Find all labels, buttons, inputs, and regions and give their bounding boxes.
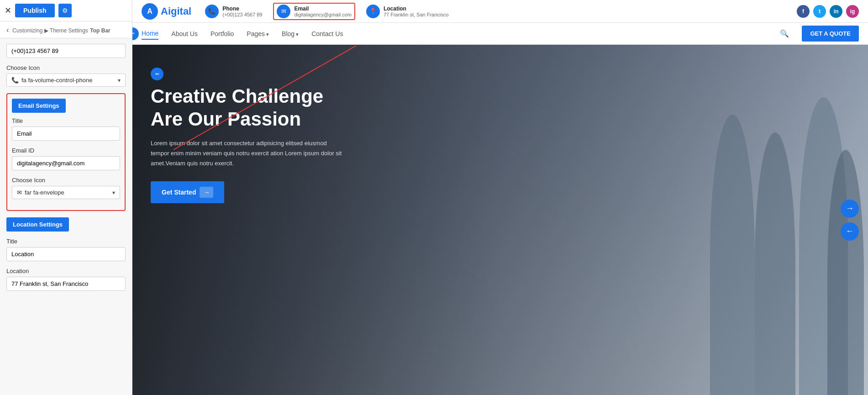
nav-edit-icon[interactable]: ✏ [132,27,139,40]
nav-item-home[interactable]: Home [142,28,158,40]
topbar-phone-title: Phone [222,5,262,12]
topbar-location-icon: 📍 [366,5,380,18]
nav-item-portfolio[interactable]: Portfolio [210,28,234,39]
phone-icon-dropdown-arrow[interactable]: ▾ [118,77,121,84]
back-arrow-icon[interactable]: ‹ [6,26,9,34]
email-settings-button[interactable]: Email Settings [12,99,66,113]
instagram-icon[interactable]: ig [846,5,859,18]
logo-icon: A [142,3,158,20]
logo-text-rest: igital [168,5,191,17]
topbar-phone-number: (+00)123 4567 89 [222,12,262,17]
nav-item-blog[interactable]: Blog [282,28,299,39]
topbar-email-item: ✉ Email digitalagency@gmail.com [273,3,355,20]
sidebar-scroll-area: Choose Icon 📞 fa fa-volume-control-phone… [0,38,132,395]
topbar-phone-icon: 📞 [205,5,219,18]
email-icon-label: Choose Icon [12,177,120,184]
sidebar: ✕ Publish ⚙ ‹ Customizing ▶ Theme Settin… [0,0,132,395]
logo-text: Aigital [161,5,191,17]
section-title: Top Bar [90,27,110,34]
email-icon-form-group: Choose Icon ✉ far fa-envelope ▾ [12,177,120,199]
publish-gear-button[interactable]: ⚙ [58,4,72,17]
topbar-email-title: Email [294,5,352,12]
email-icon-inner: ✉ far fa-envelope [17,189,64,196]
email-icon-select[interactable]: ✉ far fa-envelope ▾ [12,186,120,199]
hero-nav-arrows: → ← [841,200,859,241]
topbar-phone-text: Phone (+00)123 4567 89 [222,5,262,17]
choose-icon-label: Choose Icon [6,64,126,71]
topbar-left: A Aigital 📞 Phone (+00)123 4567 89 ✉ [142,3,448,20]
get-started-label: Get Started [162,189,196,196]
phone-icon-form-group: Choose Icon 📞 fa fa-volume-control-phone… [6,64,126,87]
hero-description: Lorem ipsum dolor sit amet consectetur a… [151,138,342,169]
facebook-icon[interactable]: f [797,5,810,18]
hero-edit-icon[interactable]: ✏ [151,68,163,80]
person-silhouette-2 [755,132,795,395]
person-silhouette-3 [710,115,754,395]
search-icon[interactable]: 🔍 [780,29,789,38]
location-title-form-group: Title [6,238,126,261]
topbar-info: 📞 Phone (+00)123 4567 89 ✉ Email digital… [205,3,448,20]
topbar-location-address: 77 Franklin st, San Francisco [384,12,448,17]
linkedin-icon[interactable]: in [830,5,842,18]
publish-button[interactable]: Publish [15,4,55,17]
location-field-form-group: Location [6,268,126,291]
email-id-label: Email ID [12,147,120,154]
person-silhouette-4 [827,150,864,395]
nav-item-contact[interactable]: Contact Us [311,28,343,39]
email-title-form-group: Title [12,117,120,141]
topbar-location-item: 📍 Location 77 Franklin st, San Francisco [366,5,448,18]
topbar-email-text: Email digitalagency@gmail.com [294,5,352,17]
phone-icon-select[interactable]: 📞 fa fa-volume-control-phone ▾ [6,74,126,87]
location-title-input[interactable] [6,247,126,261]
logo-area: A Aigital [142,3,191,20]
preview-topbar: A Aigital 📞 Phone (+00)123 4567 89 ✉ [132,0,868,23]
topbar-email-icon: ✉ [277,5,290,18]
email-id-input[interactable] [12,156,120,170]
sidebar-header-text: Customizing ▶ Theme Settings Top Bar [12,26,110,34]
hero-content: ✏ Creative Challenge Are Our Passion Lor… [132,45,537,226]
phone-form-group [6,44,126,58]
close-icon[interactable]: ✕ [5,5,11,16]
hero-prev-arrow[interactable]: ← [841,222,859,241]
main-preview: A Aigital 📞 Phone (+00)123 4567 89 ✉ [132,0,868,395]
topbar-phone-item: 📞 Phone (+00)123 4567 89 [205,5,262,18]
location-settings-button[interactable]: Location Settings [6,217,69,232]
location-field-label: Location [6,268,126,274]
preview-hero: ✏ Creative Challenge Are Our Passion Lor… [132,45,868,395]
email-title-input[interactable] [12,126,120,141]
phone-icon-text: fa fa-volume-control-phone [21,77,92,84]
get-quote-button[interactable]: GET A QUOTE [802,26,859,42]
phone-input[interactable] [6,44,126,58]
email-title-label: Title [12,117,120,124]
preview-nav: ✏ Home About Us Portfolio Pages Blog Con… [132,23,868,45]
email-icon-dropdown-arrow[interactable]: ▾ [112,190,115,196]
cta-arrow-icon: → [200,187,213,198]
hero-title: Creative Challenge Are Our Passion [151,85,519,131]
hero-title-line2: Are Our Passion [151,108,301,130]
topbar-email-address: digitalagency@gmail.com [294,12,352,17]
topbar-location-title: Location [384,5,448,12]
topbar-social: f t in ig [797,5,859,18]
email-id-form-group: Email ID [12,147,120,170]
hero-next-arrow[interactable]: → [841,200,859,218]
get-started-button[interactable]: Get Started → [151,181,224,203]
email-icon-text: far fa-envelope [25,189,64,196]
hero-title-line1: Creative Challenge [151,85,323,107]
breadcrumb: Customizing ▶ Theme Settings [12,27,88,34]
location-field-input[interactable] [6,277,126,291]
phone-icon-label: 📞 fa fa-volume-control-phone [11,77,92,84]
email-icon-symbol: ✉ [17,189,22,196]
email-settings-section: Email Settings Title Email ID Choose Ico… [6,93,126,211]
sidebar-header: ‹ Customizing ▶ Theme Settings Top Bar [0,21,132,38]
phone-icon-symbol: 📞 [11,77,19,84]
topbar-location-text: Location 77 Franklin st, San Francisco [384,5,448,17]
twitter-icon[interactable]: t [813,5,826,18]
nav-item-pages[interactable]: Pages [247,28,269,39]
nav-item-about[interactable]: About Us [171,28,198,39]
logo-text-a: A [161,5,168,17]
location-title-label: Title [6,238,126,245]
sidebar-topbar: ✕ Publish ⚙ [0,0,132,21]
